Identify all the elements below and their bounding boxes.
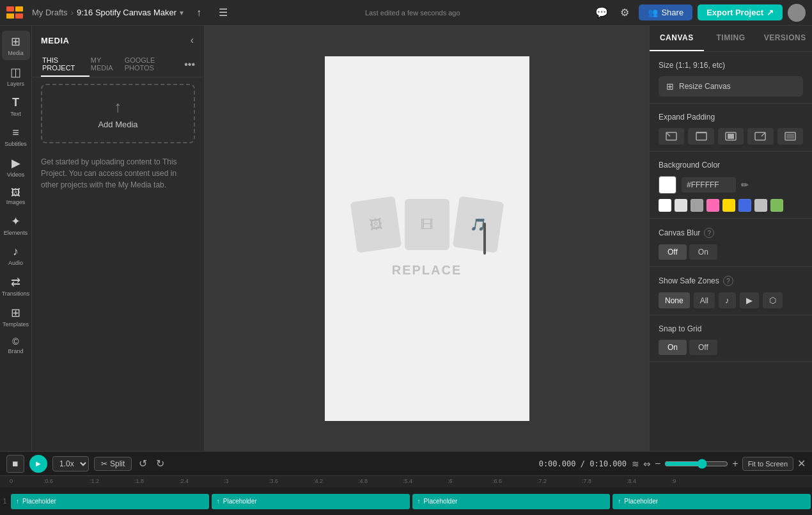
add-media-label: Add Media <box>98 120 137 129</box>
media-tab-google-photos[interactable]: GOOGLE PHOTOS <box>123 52 182 77</box>
zoom-out-button[interactable]: − <box>655 458 660 470</box>
resize-handle[interactable] <box>483 223 486 255</box>
snap-off-button[interactable]: Off <box>689 340 717 355</box>
sidebar-item-media[interactable]: ⊞ Media <box>2 31 30 60</box>
safe-zones-title: Show Safe Zones <box>659 276 719 285</box>
blur-off-button[interactable]: Off <box>659 244 687 260</box>
safe-zone-instagram-button[interactable]: ⬡ <box>763 292 783 308</box>
snap-to-grid-title: Snap to Grid <box>659 324 803 333</box>
sidebar-item-videos[interactable]: ▶ Videos <box>2 152 30 182</box>
pad-top-center-button[interactable] <box>688 128 714 145</box>
subtitles-button[interactable]: ☰ <box>214 4 232 22</box>
export-button[interactable]: Export Project ↗ <box>698 4 783 20</box>
tab-canvas[interactable]: CANVAS <box>650 26 704 51</box>
stop-button[interactable]: ⏹ <box>6 455 24 473</box>
tab-versions[interactable]: VERSIONS <box>758 26 812 51</box>
sidebar-item-subtitles[interactable]: ≡ Subtitles <box>2 122 30 151</box>
safe-zones-help-icon[interactable]: ? <box>723 276 733 286</box>
size-section: Size (1:1, 9:16, etc) ⊞ Resize Canvas <box>650 52 812 104</box>
ruler-tick-42: :4.2 <box>313 478 323 484</box>
upload-button[interactable]: ↑ <box>190 4 208 22</box>
pad-center-button[interactable] <box>718 128 744 145</box>
safe-zone-tiktok-button[interactable]: ♪ <box>719 292 736 308</box>
redo-button[interactable]: ↻ <box>154 456 166 471</box>
sidebar-item-templates[interactable]: ⊞ Templates <box>2 302 30 331</box>
track-segment-2[interactable]: ↑ Placeholder <box>212 494 410 509</box>
placeholder-card-audio: 🎵 <box>452 196 503 253</box>
title-chevron-icon[interactable]: ▾ <box>180 8 183 17</box>
ruler-tick-3: :3 <box>224 478 229 484</box>
snap-on-button[interactable]: On <box>659 340 687 355</box>
zoom-in-button[interactable]: + <box>732 458 738 470</box>
color-swatch-green[interactable] <box>770 199 783 212</box>
pad-full-button[interactable] <box>777 128 803 145</box>
color-swatch-yellow[interactable] <box>722 199 735 212</box>
media-panel-close-button[interactable]: ‹ <box>189 33 195 47</box>
track-upload-icon-2: ↑ <box>217 498 220 505</box>
speed-selector[interactable]: 1.0x 0.5x 1.5x 2.0x <box>52 456 89 471</box>
canvas-blur-help-icon[interactable]: ? <box>704 228 714 238</box>
track-segment-4[interactable]: ↑ Placeholder <box>613 494 811 509</box>
canvas-area[interactable]: 🖼 🎞 🎵 REPLACE <box>205 26 649 451</box>
comments-button[interactable]: 💬 <box>593 4 611 22</box>
resize-canvas-button[interactable]: ⊞ Resize Canvas <box>659 76 803 97</box>
color-swatch-white[interactable] <box>659 199 671 212</box>
snap-to-grid-toggle: On Off <box>659 340 803 355</box>
sidebar-item-elements[interactable]: ✦ Elements <box>2 210 30 240</box>
zoom-waveform-icon[interactable]: ≋ <box>632 459 639 469</box>
track-segment-1[interactable]: ↑ Placeholder <box>11 494 209 509</box>
sidebar-item-layers[interactable]: ◫ Layers <box>2 61 30 91</box>
user-avatar[interactable] <box>788 4 806 22</box>
bg-color-swatch[interactable] <box>659 176 676 194</box>
color-swatch-silver[interactable] <box>754 199 767 212</box>
sidebar-item-images[interactable]: 🖼 Images <box>2 183 30 209</box>
add-media-button[interactable]: ↑ Add Media <box>41 84 195 143</box>
track-upload-icon-3: ↑ <box>418 498 421 505</box>
templates-icon: ⊞ <box>11 306 20 320</box>
ruler-tick-12: :1.2 <box>90 478 99 484</box>
sidebar-item-brand[interactable]: © Brand <box>2 333 30 358</box>
color-swatch-blue[interactable] <box>738 199 751 212</box>
right-panel-tabs: CANVAS TIMING VERSIONS <box>650 26 812 52</box>
safe-zone-youtube-button[interactable]: ▶ <box>740 292 759 308</box>
breadcrumb-parent[interactable]: My Drafts <box>32 8 68 17</box>
zoom-slider[interactable] <box>664 459 728 469</box>
blur-on-button[interactable]: On <box>689 244 717 260</box>
media-icon: ⊞ <box>11 35 20 49</box>
canvas-frame[interactable]: 🖼 🎞 🎵 REPLACE <box>325 56 529 421</box>
pad-top-right-button[interactable] <box>747 128 773 145</box>
undo-button[interactable]: ↺ <box>137 456 149 471</box>
split-button[interactable]: ✂ Split <box>94 457 132 471</box>
bg-color-hex-input[interactable] <box>682 177 736 193</box>
media-tab-this-project[interactable]: THIS PROJECT <box>41 52 90 77</box>
ruler-tick-0: 0 <box>10 478 13 484</box>
svg-line-1 <box>666 132 670 136</box>
play-button[interactable]: ▶ <box>29 455 47 473</box>
sidebar-item-text[interactable]: T Text <box>2 92 30 121</box>
color-swatch-lightgray[interactable] <box>675 199 687 212</box>
color-swatch-pink[interactable] <box>707 199 719 212</box>
media-tab-my-media[interactable]: MY MEDIA <box>90 52 123 77</box>
brand-icon: © <box>12 337 19 347</box>
sidebar-item-audio[interactable]: ♪ Audio <box>2 241 30 270</box>
safe-zones-buttons: None All ♪ ▶ ⬡ <box>659 292 803 308</box>
fit-to-screen-button[interactable]: Fit to Screen <box>742 457 793 471</box>
media-panel-title: MEDIA <box>41 36 69 45</box>
close-timeline-button[interactable]: ✕ <box>797 457 806 470</box>
share-button[interactable]: 👥 Share <box>639 4 692 20</box>
track-content-1: ↑ Placeholder ↑ Placeholder ↑ Placeholde… <box>10 494 812 509</box>
tab-timing[interactable]: TIMING <box>704 26 758 51</box>
settings-button[interactable]: ⚙ <box>616 4 634 22</box>
fit-horizontal-icon[interactable]: ⇔ <box>643 459 651 469</box>
safe-zone-none-button[interactable]: None <box>659 292 690 308</box>
color-picker-icon[interactable]: ✏ <box>741 180 749 190</box>
media-tabs-more-button[interactable]: ••• <box>184 59 195 70</box>
sidebar-item-transitions[interactable]: ⇄ Transitions <box>2 271 30 301</box>
pad-top-left-button[interactable] <box>659 128 684 145</box>
ruler-tick-84: :8.4 <box>627 478 636 484</box>
audio-icon: ♪ <box>13 245 19 258</box>
color-swatch-gray[interactable] <box>691 199 703 212</box>
safe-zone-all-button[interactable]: All <box>694 292 715 308</box>
track-segment-3[interactable]: ↑ Placeholder <box>412 494 611 509</box>
ruler-tick-66: :6.6 <box>492 478 502 484</box>
